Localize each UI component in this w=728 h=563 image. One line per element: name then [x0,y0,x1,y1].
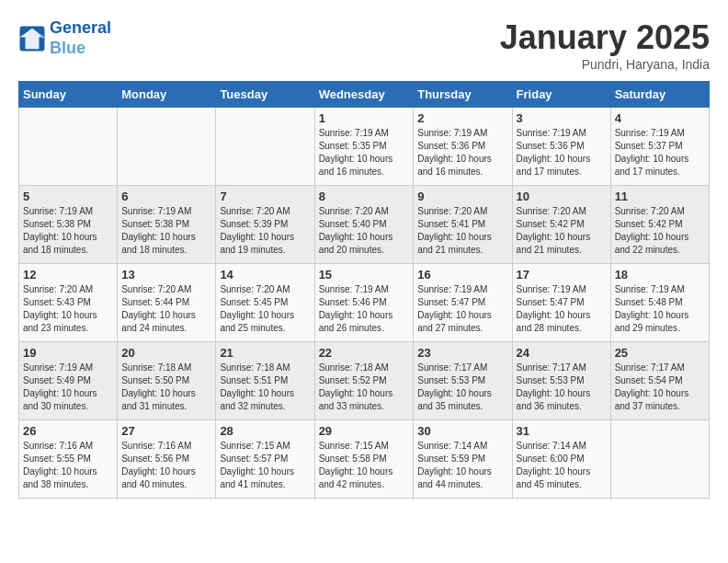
day-number: 21 [220,346,310,360]
day-number: 14 [220,268,310,282]
calendar-cell: 3Sunrise: 7:19 AM Sunset: 5:36 PM Daylig… [512,108,610,186]
day-number: 18 [615,268,705,282]
calendar-cell [216,108,314,186]
week-row-4: 19Sunrise: 7:19 AM Sunset: 5:49 PM Dayli… [19,342,710,420]
calendar-cell: 2Sunrise: 7:19 AM Sunset: 5:36 PM Daylig… [414,108,512,186]
day-info: Sunrise: 7:19 AM Sunset: 5:36 PM Dayligh… [517,127,607,178]
calendar-cell: 6Sunrise: 7:19 AM Sunset: 5:38 PM Daylig… [118,186,216,264]
day-number: 22 [319,346,410,360]
day-number: 20 [121,346,211,360]
page-header: General Blue January 2025 Pundri, Haryan… [18,18,710,72]
day-number: 1 [319,111,410,125]
calendar-cell: 27Sunrise: 7:16 AM Sunset: 5:56 PM Dayli… [118,420,216,499]
day-info: Sunrise: 7:19 AM Sunset: 5:38 PM Dayligh… [23,205,113,257]
title-block: January 2025 Pundri, Haryana, India [500,18,710,72]
weekday-header-row: SundayMondayTuesdayWednesdayThursdayFrid… [19,82,710,108]
location-subtitle: Pundri, Haryana, India [500,57,710,72]
day-number: 12 [23,268,113,282]
calendar-cell: 4Sunrise: 7:19 AM Sunset: 5:37 PM Daylig… [610,108,709,186]
calendar-cell: 21Sunrise: 7:18 AM Sunset: 5:51 PM Dayli… [216,342,314,420]
weekday-header-saturday: Saturday [610,82,709,108]
day-number: 2 [417,111,507,125]
day-number: 31 [517,424,607,438]
day-info: Sunrise: 7:16 AM Sunset: 5:56 PM Dayligh… [121,440,211,491]
day-number: 24 [517,346,607,360]
calendar-cell [118,108,216,186]
calendar-cell: 26Sunrise: 7:16 AM Sunset: 5:55 PM Dayli… [19,420,118,499]
day-info: Sunrise: 7:14 AM Sunset: 5:59 PM Dayligh… [417,440,507,491]
calendar-cell: 15Sunrise: 7:19 AM Sunset: 5:46 PM Dayli… [314,264,414,342]
month-title: January 2025 [500,18,710,57]
calendar-table: SundayMondayTuesdayWednesdayThursdayFrid… [18,81,710,499]
day-number: 9 [417,190,507,203]
calendar-cell: 16Sunrise: 7:19 AM Sunset: 5:47 PM Dayli… [414,264,512,342]
day-info: Sunrise: 7:17 AM Sunset: 5:54 PM Dayligh… [615,362,705,413]
day-number: 26 [23,424,113,438]
calendar-cell: 7Sunrise: 7:20 AM Sunset: 5:39 PM Daylig… [216,186,314,264]
calendar-cell: 1Sunrise: 7:19 AM Sunset: 5:35 PM Daylig… [314,108,414,186]
calendar-cell: 14Sunrise: 7:20 AM Sunset: 5:45 PM Dayli… [216,264,314,342]
calendar-cell: 18Sunrise: 7:19 AM Sunset: 5:48 PM Dayli… [610,264,709,342]
day-info: Sunrise: 7:19 AM Sunset: 5:48 PM Dayligh… [615,283,705,335]
day-info: Sunrise: 7:20 AM Sunset: 5:44 PM Dayligh… [121,283,211,335]
day-info: Sunrise: 7:20 AM Sunset: 5:42 PM Dayligh… [615,205,705,257]
logo: General Blue [18,18,111,58]
calendar-cell: 28Sunrise: 7:15 AM Sunset: 5:57 PM Dayli… [216,420,314,499]
calendar-cell: 8Sunrise: 7:20 AM Sunset: 5:40 PM Daylig… [314,186,414,264]
day-number: 6 [121,190,211,203]
calendar-cell [19,108,118,186]
day-info: Sunrise: 7:16 AM Sunset: 5:55 PM Dayligh… [23,440,113,491]
calendar-cell: 5Sunrise: 7:19 AM Sunset: 5:38 PM Daylig… [19,186,118,264]
day-number: 25 [615,346,705,360]
day-info: Sunrise: 7:19 AM Sunset: 5:47 PM Dayligh… [417,283,507,335]
day-number: 8 [319,190,410,203]
calendar-cell [610,420,709,499]
day-info: Sunrise: 7:19 AM Sunset: 5:35 PM Dayligh… [319,127,410,178]
day-info: Sunrise: 7:20 AM Sunset: 5:45 PM Dayligh… [220,283,310,335]
calendar-cell: 20Sunrise: 7:18 AM Sunset: 5:50 PM Dayli… [118,342,216,420]
day-number: 15 [319,268,410,282]
day-number: 16 [417,268,507,282]
day-number: 5 [23,190,113,203]
weekday-header-tuesday: Tuesday [216,82,314,108]
day-number: 4 [615,111,705,125]
calendar-cell: 17Sunrise: 7:19 AM Sunset: 5:47 PM Dayli… [512,264,610,342]
weekday-header-wednesday: Wednesday [314,82,414,108]
day-info: Sunrise: 7:19 AM Sunset: 5:37 PM Dayligh… [615,127,705,178]
calendar-cell: 13Sunrise: 7:20 AM Sunset: 5:44 PM Dayli… [118,264,216,342]
day-number: 29 [319,424,410,438]
weekday-header-monday: Monday [118,82,216,108]
calendar-cell: 11Sunrise: 7:20 AM Sunset: 5:42 PM Dayli… [610,186,709,264]
day-number: 19 [23,346,113,360]
day-number: 11 [615,190,705,203]
calendar-cell: 10Sunrise: 7:20 AM Sunset: 5:42 PM Dayli… [512,186,610,264]
weekday-header-friday: Friday [512,82,610,108]
day-info: Sunrise: 7:19 AM Sunset: 5:46 PM Dayligh… [319,283,410,335]
day-info: Sunrise: 7:20 AM Sunset: 5:41 PM Dayligh… [417,205,507,257]
day-info: Sunrise: 7:20 AM Sunset: 5:39 PM Dayligh… [220,205,310,257]
calendar-cell: 9Sunrise: 7:20 AM Sunset: 5:41 PM Daylig… [414,186,512,264]
logo-icon [18,25,46,52]
week-row-3: 12Sunrise: 7:20 AM Sunset: 5:43 PM Dayli… [19,264,710,342]
day-info: Sunrise: 7:20 AM Sunset: 5:42 PM Dayligh… [517,205,607,257]
weekday-header-thursday: Thursday [414,82,512,108]
day-info: Sunrise: 7:19 AM Sunset: 5:38 PM Dayligh… [121,205,211,257]
week-row-5: 26Sunrise: 7:16 AM Sunset: 5:55 PM Dayli… [19,420,710,499]
day-info: Sunrise: 7:20 AM Sunset: 5:40 PM Dayligh… [319,205,410,257]
calendar-cell: 30Sunrise: 7:14 AM Sunset: 5:59 PM Dayli… [414,420,512,499]
day-number: 28 [220,424,310,438]
day-number: 30 [417,424,507,438]
day-info: Sunrise: 7:18 AM Sunset: 5:50 PM Dayligh… [121,362,211,413]
day-info: Sunrise: 7:17 AM Sunset: 5:53 PM Dayligh… [417,362,507,413]
week-row-1: 1Sunrise: 7:19 AM Sunset: 5:35 PM Daylig… [19,108,710,186]
calendar-cell: 31Sunrise: 7:14 AM Sunset: 6:00 PM Dayli… [512,420,610,499]
week-row-2: 5Sunrise: 7:19 AM Sunset: 5:38 PM Daylig… [19,186,710,264]
day-number: 3 [517,111,607,125]
calendar-cell: 12Sunrise: 7:20 AM Sunset: 5:43 PM Dayli… [19,264,118,342]
day-info: Sunrise: 7:15 AM Sunset: 5:57 PM Dayligh… [220,440,310,491]
day-info: Sunrise: 7:14 AM Sunset: 6:00 PM Dayligh… [517,440,607,491]
day-info: Sunrise: 7:20 AM Sunset: 5:43 PM Dayligh… [23,283,113,335]
calendar-cell: 22Sunrise: 7:18 AM Sunset: 5:52 PM Dayli… [314,342,414,420]
day-info: Sunrise: 7:17 AM Sunset: 5:53 PM Dayligh… [517,362,607,413]
day-number: 17 [517,268,607,282]
